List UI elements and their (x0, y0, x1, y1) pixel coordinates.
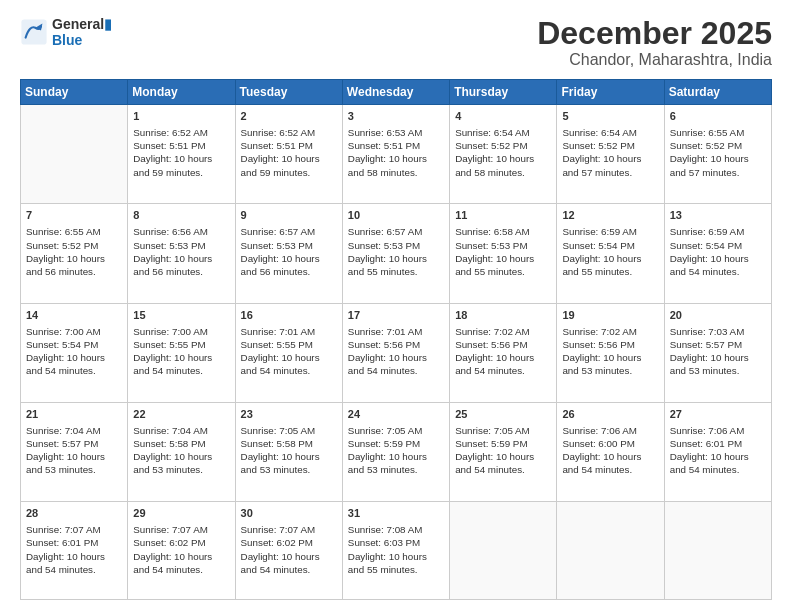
calendar-cell: 29Sunrise: 7:07 AM Sunset: 6:02 PM Dayli… (128, 502, 235, 600)
day-info: Sunrise: 7:04 AM Sunset: 5:58 PM Dayligh… (133, 424, 229, 477)
calendar-cell: 18Sunrise: 7:02 AM Sunset: 5:56 PM Dayli… (450, 303, 557, 402)
calendar-cell: 27Sunrise: 7:06 AM Sunset: 6:01 PM Dayli… (664, 402, 771, 501)
calendar-cell: 10Sunrise: 6:57 AM Sunset: 5:53 PM Dayli… (342, 204, 449, 303)
day-info: Sunrise: 7:07 AM Sunset: 6:02 PM Dayligh… (241, 523, 337, 576)
calendar-cell: 28Sunrise: 7:07 AM Sunset: 6:01 PM Dayli… (21, 502, 128, 600)
calendar-cell: 21Sunrise: 7:04 AM Sunset: 5:57 PM Dayli… (21, 402, 128, 501)
calendar-cell: 14Sunrise: 7:00 AM Sunset: 5:54 PM Dayli… (21, 303, 128, 402)
calendar-cell: 16Sunrise: 7:01 AM Sunset: 5:55 PM Dayli… (235, 303, 342, 402)
calendar-cell: 2Sunrise: 6:52 AM Sunset: 5:51 PM Daylig… (235, 105, 342, 204)
day-info: Sunrise: 7:07 AM Sunset: 6:01 PM Dayligh… (26, 523, 122, 576)
day-number: 22 (133, 407, 229, 422)
day-number: 4 (455, 109, 551, 124)
logo-text: General▮ Blue (52, 16, 112, 48)
day-header-wednesday: Wednesday (342, 80, 449, 105)
week-row-5: 28Sunrise: 7:07 AM Sunset: 6:01 PM Dayli… (21, 502, 772, 600)
day-number: 7 (26, 208, 122, 223)
day-number: 2 (241, 109, 337, 124)
day-info: Sunrise: 7:06 AM Sunset: 6:01 PM Dayligh… (670, 424, 766, 477)
day-info: Sunrise: 6:57 AM Sunset: 5:53 PM Dayligh… (241, 225, 337, 278)
day-header-thursday: Thursday (450, 80, 557, 105)
calendar-cell: 3Sunrise: 6:53 AM Sunset: 5:51 PM Daylig… (342, 105, 449, 204)
day-header-monday: Monday (128, 80, 235, 105)
day-number: 19 (562, 308, 658, 323)
day-header-tuesday: Tuesday (235, 80, 342, 105)
day-info: Sunrise: 7:07 AM Sunset: 6:02 PM Dayligh… (133, 523, 229, 576)
calendar-cell: 17Sunrise: 7:01 AM Sunset: 5:56 PM Dayli… (342, 303, 449, 402)
logo-area: General▮ Blue (20, 16, 112, 48)
day-info: Sunrise: 6:53 AM Sunset: 5:51 PM Dayligh… (348, 126, 444, 179)
day-info: Sunrise: 6:59 AM Sunset: 5:54 PM Dayligh… (562, 225, 658, 278)
day-number: 28 (26, 506, 122, 521)
day-info: Sunrise: 6:59 AM Sunset: 5:54 PM Dayligh… (670, 225, 766, 278)
day-number: 11 (455, 208, 551, 223)
day-header-saturday: Saturday (664, 80, 771, 105)
calendar-cell: 24Sunrise: 7:05 AM Sunset: 5:59 PM Dayli… (342, 402, 449, 501)
day-info: Sunrise: 7:06 AM Sunset: 6:00 PM Dayligh… (562, 424, 658, 477)
week-row-3: 14Sunrise: 7:00 AM Sunset: 5:54 PM Dayli… (21, 303, 772, 402)
calendar-cell: 15Sunrise: 7:00 AM Sunset: 5:55 PM Dayli… (128, 303, 235, 402)
day-number: 23 (241, 407, 337, 422)
title-area: December 2025 Chandor, Maharashtra, Indi… (537, 16, 772, 69)
day-info: Sunrise: 6:58 AM Sunset: 5:53 PM Dayligh… (455, 225, 551, 278)
day-info: Sunrise: 6:54 AM Sunset: 5:52 PM Dayligh… (455, 126, 551, 179)
day-info: Sunrise: 7:05 AM Sunset: 5:59 PM Dayligh… (455, 424, 551, 477)
day-number: 25 (455, 407, 551, 422)
day-info: Sunrise: 7:01 AM Sunset: 5:56 PM Dayligh… (348, 325, 444, 378)
svg-rect-0 (21, 19, 46, 44)
calendar-header-row: SundayMondayTuesdayWednesdayThursdayFrid… (21, 80, 772, 105)
day-number: 12 (562, 208, 658, 223)
day-info: Sunrise: 6:57 AM Sunset: 5:53 PM Dayligh… (348, 225, 444, 278)
day-number: 21 (26, 407, 122, 422)
day-number: 16 (241, 308, 337, 323)
day-number: 30 (241, 506, 337, 521)
calendar-cell: 22Sunrise: 7:04 AM Sunset: 5:58 PM Dayli… (128, 402, 235, 501)
day-info: Sunrise: 7:00 AM Sunset: 5:55 PM Dayligh… (133, 325, 229, 378)
day-number: 20 (670, 308, 766, 323)
week-row-1: 1Sunrise: 6:52 AM Sunset: 5:51 PM Daylig… (21, 105, 772, 204)
calendar-cell: 26Sunrise: 7:06 AM Sunset: 6:00 PM Dayli… (557, 402, 664, 501)
calendar-cell: 6Sunrise: 6:55 AM Sunset: 5:52 PM Daylig… (664, 105, 771, 204)
day-number: 31 (348, 506, 444, 521)
calendar-cell: 19Sunrise: 7:02 AM Sunset: 5:56 PM Dayli… (557, 303, 664, 402)
page: General▮ Blue December 2025 Chandor, Mah… (0, 0, 792, 612)
week-row-2: 7Sunrise: 6:55 AM Sunset: 5:52 PM Daylig… (21, 204, 772, 303)
calendar-cell: 11Sunrise: 6:58 AM Sunset: 5:53 PM Dayli… (450, 204, 557, 303)
day-number: 8 (133, 208, 229, 223)
day-number: 14 (26, 308, 122, 323)
calendar-cell (21, 105, 128, 204)
week-row-4: 21Sunrise: 7:04 AM Sunset: 5:57 PM Dayli… (21, 402, 772, 501)
day-number: 26 (562, 407, 658, 422)
location-title: Chandor, Maharashtra, India (537, 51, 772, 69)
day-info: Sunrise: 6:54 AM Sunset: 5:52 PM Dayligh… (562, 126, 658, 179)
calendar: SundayMondayTuesdayWednesdayThursdayFrid… (20, 79, 772, 600)
calendar-cell: 7Sunrise: 6:55 AM Sunset: 5:52 PM Daylig… (21, 204, 128, 303)
day-number: 17 (348, 308, 444, 323)
day-number: 10 (348, 208, 444, 223)
calendar-cell: 4Sunrise: 6:54 AM Sunset: 5:52 PM Daylig… (450, 105, 557, 204)
day-header-sunday: Sunday (21, 80, 128, 105)
calendar-cell: 8Sunrise: 6:56 AM Sunset: 5:53 PM Daylig… (128, 204, 235, 303)
calendar-cell: 12Sunrise: 6:59 AM Sunset: 5:54 PM Dayli… (557, 204, 664, 303)
day-number: 9 (241, 208, 337, 223)
day-number: 6 (670, 109, 766, 124)
day-info: Sunrise: 7:01 AM Sunset: 5:55 PM Dayligh… (241, 325, 337, 378)
calendar-cell: 13Sunrise: 6:59 AM Sunset: 5:54 PM Dayli… (664, 204, 771, 303)
calendar-cell: 23Sunrise: 7:05 AM Sunset: 5:58 PM Dayli… (235, 402, 342, 501)
day-info: Sunrise: 6:55 AM Sunset: 5:52 PM Dayligh… (670, 126, 766, 179)
day-info: Sunrise: 7:03 AM Sunset: 5:57 PM Dayligh… (670, 325, 766, 378)
day-info: Sunrise: 7:05 AM Sunset: 5:59 PM Dayligh… (348, 424, 444, 477)
day-number: 24 (348, 407, 444, 422)
day-number: 13 (670, 208, 766, 223)
day-number: 3 (348, 109, 444, 124)
day-info: Sunrise: 6:52 AM Sunset: 5:51 PM Dayligh… (241, 126, 337, 179)
day-info: Sunrise: 7:02 AM Sunset: 5:56 PM Dayligh… (562, 325, 658, 378)
day-header-friday: Friday (557, 80, 664, 105)
day-info: Sunrise: 7:04 AM Sunset: 5:57 PM Dayligh… (26, 424, 122, 477)
calendar-cell: 20Sunrise: 7:03 AM Sunset: 5:57 PM Dayli… (664, 303, 771, 402)
calendar-cell: 1Sunrise: 6:52 AM Sunset: 5:51 PM Daylig… (128, 105, 235, 204)
day-info: Sunrise: 7:02 AM Sunset: 5:56 PM Dayligh… (455, 325, 551, 378)
header: General▮ Blue December 2025 Chandor, Mah… (20, 16, 772, 69)
calendar-cell: 30Sunrise: 7:07 AM Sunset: 6:02 PM Dayli… (235, 502, 342, 600)
day-number: 15 (133, 308, 229, 323)
